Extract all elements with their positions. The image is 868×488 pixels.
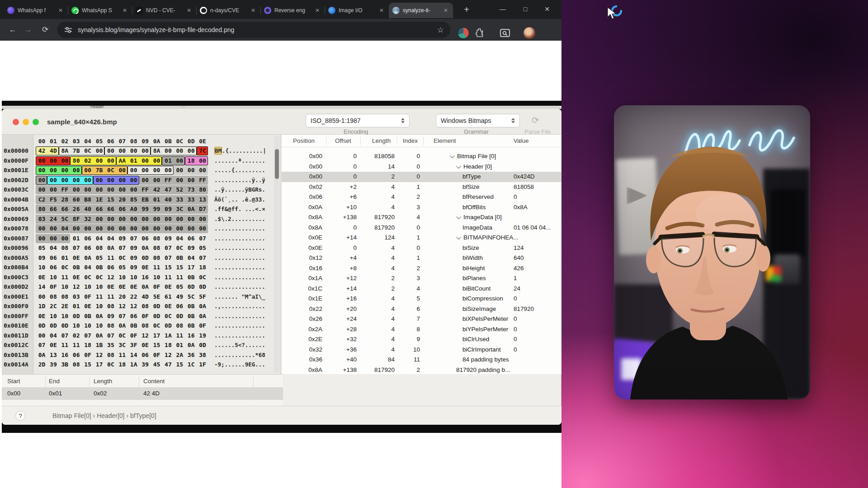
hex-byte[interactable]: 33 <box>185 196 197 203</box>
hex-byte[interactable]: 00 <box>197 157 208 164</box>
hex-byte[interactable]: 40 <box>82 206 94 212</box>
hex-byte[interactable]: 06 <box>139 235 151 242</box>
hex-byte[interactable]: 7B <box>71 147 82 154</box>
hex-byte[interactable]: 20 <box>116 196 128 203</box>
hex-byte[interactable]: 00 <box>82 167 94 174</box>
close-traffic-light[interactable] <box>13 119 19 125</box>
hex-byte[interactable]: 09 <box>36 254 48 261</box>
hex-byte[interactable]: 16 <box>139 274 151 281</box>
tree-cell-element[interactable]: bfSize <box>462 183 480 190</box>
hex-byte[interactable]: 80 <box>36 206 48 212</box>
hex-byte[interactable]: 00 <box>116 186 128 193</box>
hex-byte[interactable]: 66 <box>59 206 71 212</box>
extensions-puzzle-icon[interactable] <box>474 27 486 39</box>
hex-byte[interactable]: 10 <box>94 303 105 310</box>
hex-byte[interactable]: 14 <box>128 352 140 358</box>
hex-byte[interactable]: 12 <box>128 303 140 310</box>
hex-byte[interactable]: 17 <box>94 361 105 368</box>
hex-byte[interactable]: 08 <box>59 293 71 300</box>
hex-byte[interactable]: 05 <box>197 244 208 251</box>
hex-row[interactable]: 0x000F01D2C2E010E10081212080D0E060B0A.,.… <box>2 302 281 311</box>
hex-byte[interactable]: 00 <box>36 225 48 232</box>
hex-byte[interactable]: 15 <box>151 342 163 348</box>
hex-row[interactable]: 0x0012C070E1111181B353C3F0E1518010A0D...… <box>2 341 281 350</box>
hex-byte[interactable]: 19 <box>197 332 208 339</box>
hex-byte[interactable]: 00 <box>197 216 208 222</box>
hex-byte[interactable]: 0F <box>128 332 140 339</box>
chevron-down-icon[interactable] <box>456 235 461 239</box>
hex-byte[interactable]: 0A <box>197 313 208 319</box>
hex-byte[interactable]: 22 <box>128 293 140 300</box>
hex-byte[interactable]: 00 <box>151 177 163 183</box>
hex-byte[interactable]: 73 <box>185 186 197 193</box>
hex-byte[interactable]: 00 <box>59 177 71 183</box>
hex-byte[interactable]: A0 <box>128 206 140 212</box>
hex-byte[interactable]: 06 <box>128 313 140 319</box>
hex-byte[interactable]: 00 <box>185 147 197 154</box>
hex-byte[interactable]: 00 <box>59 235 71 242</box>
tree-row[interactable]: 0x32+36410biClrImportant0 <box>282 345 561 355</box>
hex-byte[interactable]: 18 <box>185 157 197 164</box>
tree-row[interactable]: 0x1E+1645biCompression0 <box>282 294 561 304</box>
hex-byte[interactable]: 12 <box>71 283 82 290</box>
hex-byte[interactable]: 06 <box>82 235 94 242</box>
hex-row[interactable]: 0x0002D0000000000000000000000FF0000FF...… <box>2 176 281 185</box>
hex-byte[interactable]: 10 <box>128 274 140 281</box>
hex-byte[interactable]: 00 <box>36 293 48 300</box>
hex-byte[interactable]: 00 <box>162 225 174 232</box>
hex-byte[interactable]: 07 <box>128 235 140 242</box>
hex-byte[interactable]: 40 <box>162 196 174 203</box>
hex-byte[interactable]: 06 <box>82 244 94 251</box>
hex-byte[interactable]: 0E <box>128 283 140 290</box>
hex-byte[interactable]: 1F <box>197 361 208 368</box>
hex-row[interactable]: 0x000B410060C0B040B0605090E1115151718...… <box>2 263 281 272</box>
tree-cell-element[interactable]: bfOffBits <box>462 204 486 211</box>
hex-byte[interactable]: 7C <box>197 147 208 154</box>
hex-byte[interactable]: 2E <box>59 303 71 310</box>
hex-byte[interactable]: 18 <box>82 342 94 348</box>
hex-byte[interactable]: 66 <box>47 206 59 212</box>
back-button[interactable]: ← <box>5 23 20 37</box>
hex-byte[interactable]: 05 <box>174 283 185 290</box>
minimize-traffic-light[interactable] <box>23 119 29 125</box>
hex-byte[interactable]: 04 <box>94 235 105 242</box>
hex-byte[interactable]: 06 <box>47 254 59 261</box>
hex-byte[interactable]: 07 <box>116 313 128 319</box>
hex-byte[interactable]: 66 <box>105 206 117 212</box>
tree-cell-element[interactable]: biClrImportant <box>462 346 501 353</box>
hex-byte[interactable]: 4D <box>139 293 151 300</box>
hex-byte[interactable]: 10 <box>36 264 48 271</box>
hex-byte[interactable]: 0C <box>197 274 208 281</box>
tree-cell-element[interactable]: 817920 padding b... <box>456 366 510 373</box>
hex-byte[interactable]: 08 <box>151 244 163 251</box>
hex-row[interactable]: 0x0005A8066662640666606A09999093C0AD7.ff… <box>2 205 281 214</box>
address-bar[interactable]: synalysis.blog/images/synalyze-it-bmp-fi… <box>57 22 450 38</box>
hex-byte[interactable]: 66 <box>94 206 105 212</box>
chevron-down-icon[interactable] <box>456 214 461 219</box>
hex-byte[interactable]: 10 <box>94 322 105 329</box>
hex-byte[interactable]: 85 <box>128 196 140 203</box>
hex-byte[interactable]: 11 <box>174 274 185 281</box>
hex-byte[interactable]: 00 <box>151 157 163 164</box>
hex-byte[interactable]: 8F <box>71 216 82 222</box>
hex-byte[interactable]: 00 <box>47 235 59 242</box>
hex-byte[interactable]: 10 <box>151 274 163 281</box>
hex-byte[interactable]: 12 <box>162 352 174 358</box>
tree-row[interactable]: 0x06+642bfReserved0 <box>282 192 561 202</box>
hex-byte[interactable]: 5C <box>185 293 197 300</box>
hex-byte[interactable]: 0A <box>139 283 151 290</box>
hex-byte[interactable]: 0F <box>47 283 59 290</box>
hex-byte[interactable]: 15 <box>174 361 185 368</box>
forward-button[interactable]: → <box>21 23 35 37</box>
hex-byte[interactable]: 3B <box>59 361 71 368</box>
hex-byte[interactable]: 0C <box>162 313 174 319</box>
hex-byte[interactable]: 0E <box>105 283 117 290</box>
hex-row[interactable]: 0x0003C0000FF000000000000FF4247527380..ÿ… <box>2 185 281 195</box>
hex-byte[interactable]: 00 <box>116 177 128 183</box>
encoding-select[interactable]: ISO_8859-1:1987 <box>306 114 410 127</box>
tree-row[interactable]: 0x02+241bfSize818058 <box>282 182 561 192</box>
hex-byte[interactable]: 0E <box>71 274 82 281</box>
hex-row[interactable]: 0x000FF0E10100D0B0A0907060F0D0C0D0B0A...… <box>2 312 281 321</box>
hex-byte[interactable]: 00 <box>151 167 163 174</box>
hex-byte[interactable]: 8A <box>59 147 71 154</box>
